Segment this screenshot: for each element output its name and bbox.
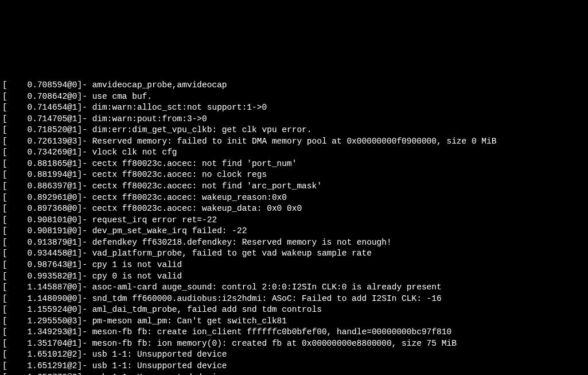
- log-line: [ 1.148090@0]- snd_tdm ff660000.audiobus…: [2, 293, 586, 305]
- log-line: [ 0.892961@0]- cectx ff80023c.aocec: wak…: [2, 192, 586, 204]
- kernel-log: [ 0.708594@0]- amvideocap_probe,amvideoc…: [2, 80, 586, 375]
- log-line: [ 0.708642@0]- use cma buf.: [2, 91, 586, 103]
- log-line: [ 0.714654@1]- dim:warn:alloc_sct:not su…: [2, 102, 586, 114]
- log-line: [ 0.714705@1]- dim:warn:pout:from:3->0: [2, 114, 586, 125]
- log-line: [ 1.145887@0]- asoc-aml-card auge_sound:…: [2, 282, 586, 293]
- log-line: [ 0.908101@0]- request_irq error ret=-22: [2, 215, 586, 226]
- log-line: [ 0.881994@1]- cectx ff80023c.aocec: no …: [2, 169, 586, 181]
- log-line: [ 0.886397@1]- cectx ff80023c.aocec: not…: [2, 181, 586, 192]
- log-line: [ 0.726139@3]- Reserved memory: failed t…: [2, 136, 586, 148]
- log-line: [ 0.987643@1]- cpy 1 is not valid: [2, 260, 586, 271]
- log-line: [ 0.897368@0]- cectx ff80023c.aocec: wak…: [2, 203, 586, 215]
- log-line: [ 1.351704@1]- meson-fb fb: ion memory(0…: [2, 338, 586, 350]
- log-line: [ 1.653779@2]- usb 1-1: Unsupported devi…: [2, 372, 586, 375]
- log-line: [ 0.908191@0]- dev_pm_set_wake_irq faile…: [2, 226, 586, 237]
- log-line: [ 1.295550@3]- pm-meson aml_pm: Can't ge…: [2, 316, 586, 327]
- log-line: [ 0.934458@1]- vad_platform_probe, faile…: [2, 248, 586, 260]
- log-line: [ 1.651012@2]- usb 1-1: Unsupported devi…: [2, 349, 586, 361]
- log-line: [ 1.349293@1]- meson-fb fb: create ion_c…: [2, 327, 586, 338]
- log-line: [ 1.651291@2]- usb 1-1: Unsupported devi…: [2, 361, 586, 372]
- log-line: [ 1.155924@0]- aml_dai_tdm_probe, failed…: [2, 304, 586, 316]
- log-line: [ 0.734269@1]- vlock clk not cfg: [2, 147, 586, 158]
- log-line: [ 0.913879@1]- defendkey ff630218.defend…: [2, 237, 586, 249]
- log-line: [ 0.718520@1]- dim:err:dim_get_vpu_clkb:…: [2, 125, 586, 136]
- log-line: [ 0.993582@1]- cpy 0 is not valid: [2, 271, 586, 283]
- log-line: [ 0.708594@0]- amvideocap_probe,amvideoc…: [2, 80, 586, 91]
- log-line: [ 0.881865@1]- cectx ff80023c.aocec: not…: [2, 158, 586, 170]
